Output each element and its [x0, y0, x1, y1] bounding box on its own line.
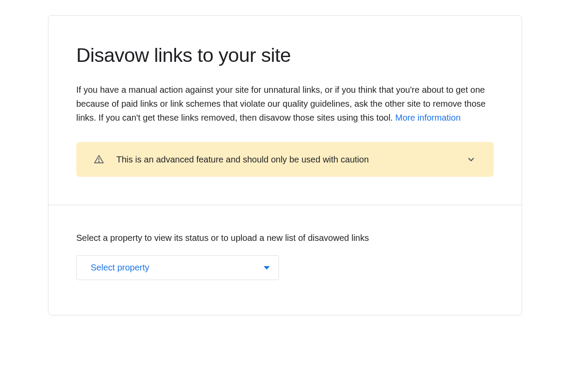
page-title: Disavow links to your site: [76, 44, 494, 67]
card-top-section: Disavow links to your site If you have a…: [48, 16, 522, 205]
dropdown-arrow-icon: [264, 266, 270, 270]
description-paragraph: If you have a manual action against your…: [76, 83, 494, 125]
main-card: Disavow links to your site If you have a…: [48, 15, 522, 315]
more-information-link[interactable]: More information: [395, 113, 461, 122]
card-bottom-section: Select a property to view its status or …: [48, 205, 522, 315]
select-property-dropdown[interactable]: Select property: [76, 255, 279, 280]
select-property-placeholder: Select property: [91, 263, 149, 273]
warning-banner[interactable]: This is an advanced feature and should o…: [76, 142, 494, 177]
warning-triangle-icon: [94, 154, 104, 165]
svg-point-1: [98, 161, 99, 162]
chevron-down-icon: [466, 154, 476, 165]
select-property-label: Select a property to view its status or …: [76, 233, 494, 243]
warning-text: This is an advanced feature and should o…: [116, 155, 454, 165]
